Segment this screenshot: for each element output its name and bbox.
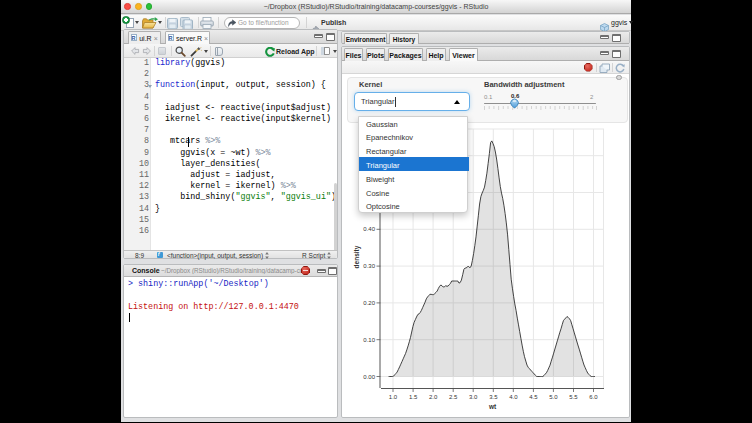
svg-text:0.00: 0.00 bbox=[363, 374, 375, 380]
svg-text:1.0: 1.0 bbox=[389, 394, 398, 400]
svg-text:0.30: 0.30 bbox=[363, 263, 375, 269]
svg-text:2.5: 2.5 bbox=[449, 394, 458, 400]
svg-text:3.5: 3.5 bbox=[489, 394, 498, 400]
svg-text:6.0: 6.0 bbox=[589, 394, 598, 400]
svg-text:4.0: 4.0 bbox=[509, 394, 518, 400]
svg-text:1.5: 1.5 bbox=[409, 394, 418, 400]
svg-text:0.40: 0.40 bbox=[363, 226, 375, 232]
svg-text:density: density bbox=[353, 245, 361, 268]
svg-text:wt: wt bbox=[488, 403, 497, 410]
svg-text:0.10: 0.10 bbox=[363, 337, 375, 343]
svg-text:5.0: 5.0 bbox=[549, 394, 558, 400]
svg-text:4.5: 4.5 bbox=[529, 394, 538, 400]
svg-text:0.20: 0.20 bbox=[363, 300, 375, 306]
svg-text:5.5: 5.5 bbox=[569, 394, 578, 400]
svg-text:3.0: 3.0 bbox=[469, 394, 478, 400]
svg-text:2.0: 2.0 bbox=[429, 394, 438, 400]
